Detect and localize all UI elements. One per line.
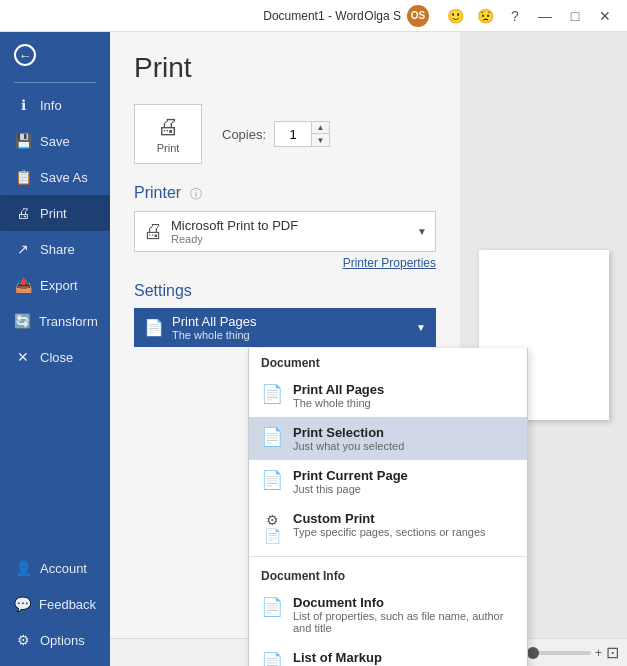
dropdown-item-custom-print[interactable]: ⚙📄 Custom Print Type specific pages, sec… — [249, 503, 527, 552]
spinner-buttons: ▲ ▼ — [311, 122, 329, 146]
print-selection-title: Print Selection — [293, 425, 515, 440]
settings-section-header: Settings — [134, 282, 436, 300]
page-title: Print — [134, 52, 436, 84]
account-icon: 👤 — [14, 560, 32, 576]
print-selection-sub: Just what you selected — [293, 440, 515, 452]
titlebar: Document1 - Word Olga S OS 🙂 😟 ? — □ ✕ — [0, 0, 627, 32]
dropdown-item-print-all[interactable]: 📄 Print All Pages The whole thing — [249, 374, 527, 417]
sidebar-divider — [14, 82, 96, 83]
feedback-icon: 💬 — [14, 596, 31, 612]
printer-device-icon: 🖨 — [143, 220, 163, 243]
settings-dropdown-text: Print All Pages The whole thing — [172, 314, 408, 341]
sidebar-item-label: Share — [40, 242, 75, 257]
doc-info-sub: List of properties, such as file name, a… — [293, 610, 515, 634]
copies-down-button[interactable]: ▼ — [311, 134, 329, 146]
copies-label: Copies: — [222, 127, 266, 142]
print-current-title: Print Current Page — [293, 468, 515, 483]
printer-name: Microsoft Print to PDF — [171, 218, 409, 233]
printer-selector[interactable]: 🖨 Microsoft Print to PDF Ready ▼ — [134, 211, 436, 252]
sidebar-item-options[interactable]: ⚙ Options — [0, 622, 110, 658]
sidebar-item-feedback[interactable]: 💬 Feedback — [0, 586, 110, 622]
printer-dropdown-arrow: ▼ — [417, 226, 427, 237]
user-info: Olga S OS — [364, 5, 429, 27]
sidebar-item-close[interactable]: ✕ Close — [0, 339, 110, 375]
print-button[interactable]: 🖨 Print — [134, 104, 202, 164]
transform-icon: 🔄 — [14, 313, 31, 329]
print-selection-text: Print Selection Just what you selected — [293, 425, 515, 452]
options-icon: ⚙ — [14, 632, 32, 648]
sidebar-item-save-as[interactable]: 📋 Save As — [0, 159, 110, 195]
zoom-thumb[interactable] — [527, 647, 539, 659]
pages-dropdown-caret: ▼ — [416, 322, 426, 333]
print-icon: 🖨 — [14, 205, 32, 221]
zoom-in-icon[interactable]: + — [595, 646, 602, 660]
app-body: ← ℹ Info 💾 Save 📋 Save As 🖨 Print ↗ Shar… — [0, 32, 627, 666]
share-icon: ↗ — [14, 241, 32, 257]
dropdown-item-print-selection[interactable]: 📄 Print Selection Just what you selected — [249, 417, 527, 460]
printer-info: Microsoft Print to PDF Ready — [171, 218, 409, 245]
print-all-icon: 📄 — [261, 383, 283, 405]
dropdown-scroll-area[interactable]: Document 📄 Print All Pages The whole thi… — [249, 348, 527, 638]
emoji-happy-icon[interactable]: 🙂 — [441, 2, 469, 30]
printer-button-icon: 🖨 — [157, 114, 179, 140]
sidebar-spacer — [0, 375, 110, 550]
dropdown-divider-1 — [249, 556, 527, 557]
doc-info-section-label: Document Info — [249, 561, 527, 587]
info-icon: ℹ — [14, 97, 32, 113]
print-all-text: Print All Pages The whole thing — [293, 382, 515, 409]
copies-row: 🖨 Print Copies: ▲ ▼ — [134, 104, 436, 164]
print-button-label: Print — [157, 142, 180, 154]
print-current-sub: Just this page — [293, 483, 515, 495]
pages-dropdown-panel: Document 📄 Print All Pages The whole thi… — [248, 348, 528, 638]
sidebar-item-account[interactable]: 👤 Account — [0, 550, 110, 586]
avatar[interactable]: OS — [407, 5, 429, 27]
copies-spinner[interactable]: ▲ ▼ — [274, 121, 330, 147]
sidebar-item-export[interactable]: 📤 Export — [0, 267, 110, 303]
sidebar-item-share[interactable]: ↗ Share — [0, 231, 110, 267]
save-icon: 💾 — [14, 133, 32, 149]
print-selection-icon: 📄 — [261, 426, 283, 448]
sidebar-item-label: Print — [40, 206, 67, 221]
copies-up-button[interactable]: ▲ — [311, 122, 329, 134]
close-x-icon: ✕ — [14, 349, 32, 365]
print-all-sub: The whole thing — [293, 397, 515, 409]
print-current-icon: 📄 — [261, 469, 283, 491]
sidebar-item-label: Close — [40, 350, 73, 365]
fit-page-icon[interactable]: ⊡ — [606, 643, 619, 662]
username: Olga S — [364, 9, 401, 23]
title-text: Document1 - Word — [263, 9, 363, 23]
sidebar-item-info[interactable]: ℹ Info — [0, 87, 110, 123]
minimize-button[interactable]: — — [531, 2, 559, 30]
close-button[interactable]: ✕ — [591, 2, 619, 30]
printer-status: Ready — [171, 233, 409, 245]
print-area: Print 🖨 Print Copies: ▲ ▼ — [110, 32, 627, 638]
copies-control: Copies: ▲ ▼ — [222, 121, 330, 147]
printer-section-label: Printer — [134, 184, 181, 201]
save-as-icon: 📋 — [14, 169, 32, 185]
custom-print-sub: Type specific pages, sections or ranges — [293, 526, 515, 538]
printer-properties-link[interactable]: Printer Properties — [134, 256, 436, 270]
document-section-label: Document — [249, 348, 527, 374]
doc-info-title: Document Info — [293, 595, 515, 610]
doc-info-icon: 📄 — [261, 596, 283, 618]
pages-option-sub: The whole thing — [172, 329, 408, 341]
sidebar-item-label: Transform — [39, 314, 98, 329]
dropdown-item-print-current[interactable]: 📄 Print Current Page Just this page — [249, 460, 527, 503]
help-icon[interactable]: ? — [501, 2, 529, 30]
sidebar-item-save[interactable]: 💾 Save — [0, 123, 110, 159]
print-all-title: Print All Pages — [293, 382, 515, 397]
custom-print-icon: ⚙📄 — [261, 512, 283, 544]
print-pages-dropdown[interactable]: 📄 Print All Pages The whole thing ▼ — [134, 308, 436, 347]
sidebar-item-label: Info — [40, 98, 62, 113]
emoji-sad-icon[interactable]: 😟 — [471, 2, 499, 30]
back-button[interactable]: ← — [0, 32, 110, 78]
main-content: Print 🖨 Print Copies: ▲ ▼ — [110, 32, 627, 666]
sidebar: ← ℹ Info 💾 Save 📋 Save As 🖨 Print ↗ Shar… — [0, 32, 110, 666]
sidebar-item-print[interactable]: 🖨 Print — [0, 195, 110, 231]
copies-input[interactable] — [275, 124, 311, 145]
pages-dropdown-icon: 📄 — [144, 318, 164, 337]
maximize-button[interactable]: □ — [561, 2, 589, 30]
dropdown-item-doc-info[interactable]: 📄 Document Info List of properties, such… — [249, 587, 527, 638]
sidebar-item-label: Export — [40, 278, 78, 293]
sidebar-item-transform[interactable]: 🔄 Transform — [0, 303, 110, 339]
